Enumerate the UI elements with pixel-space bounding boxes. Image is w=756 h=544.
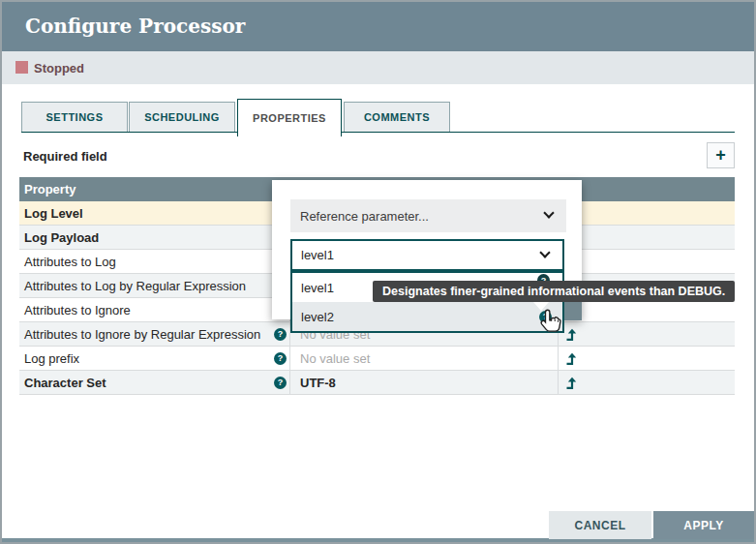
dialog-header: Configure Processor <box>2 2 754 51</box>
help-icon[interactable]: ? <box>274 377 287 389</box>
combo-selected-value: level1 <box>301 248 334 262</box>
table-row[interactable]: Log prefix ? No value set <box>19 347 735 371</box>
status-label: Stopped <box>34 61 84 76</box>
option-level2[interactable]: level2 ? <box>292 302 562 331</box>
property-name: Character Set ? <box>19 371 290 394</box>
property-name: Log Payload <box>19 226 290 249</box>
tab-baseline <box>21 132 735 133</box>
goto-parameter-icon[interactable] <box>565 328 577 341</box>
property-name: Log Level <box>19 201 290 225</box>
property-name: Attributes to Ignore <box>19 298 290 321</box>
tab-scheduling[interactable]: SCHEDULING <box>129 102 235 132</box>
reference-parameter-select[interactable]: Reference parameter... <box>290 199 566 232</box>
property-value[interactable]: No value set <box>290 347 559 370</box>
stopped-icon <box>15 61 28 74</box>
help-icon[interactable]: ? <box>274 328 287 341</box>
plus-icon: + <box>715 145 726 166</box>
chevron-down-icon <box>539 247 550 257</box>
property-name: Attributes to Ignore by Regular Expressi… <box>19 322 290 346</box>
tab-properties[interactable]: PROPERTIES <box>237 99 342 136</box>
hand-cursor-icon <box>538 308 564 338</box>
configure-processor-dialog: Configure Processor Stopped SETTINGS SCH… <box>0 0 756 544</box>
required-field-label: Required field <box>23 149 107 164</box>
chevron-down-icon <box>543 207 554 218</box>
help-icon[interactable]: ? <box>274 352 287 365</box>
tab-settings[interactable]: SETTINGS <box>21 102 128 132</box>
property-name: Log prefix ? <box>19 347 290 370</box>
reference-parameter-placeholder: Reference parameter... <box>300 209 429 224</box>
cancel-button[interactable]: CANCEL <box>549 511 651 539</box>
help-tooltip: Designates finer-grained informational e… <box>373 281 735 302</box>
dialog-title: Configure Processor <box>25 15 245 38</box>
tab-comments[interactable]: COMMENTS <box>344 102 450 132</box>
apply-button[interactable]: APPLY <box>653 511 754 539</box>
log-level-combo[interactable]: level1 <box>290 239 564 271</box>
goto-parameter-icon[interactable] <box>565 377 577 389</box>
property-name: Attributes to Log <box>19 250 290 273</box>
add-property-button[interactable]: + <box>707 142 735 168</box>
property-value[interactable]: UTF-8 <box>290 371 559 394</box>
property-name: Attributes to Log by Regular Expression <box>19 274 290 297</box>
status-bar: Stopped <box>2 51 754 84</box>
goto-parameter-icon[interactable] <box>565 352 577 365</box>
panel-shadow-patch <box>564 301 582 320</box>
table-row[interactable]: Character Set ? UTF-8 <box>19 371 735 395</box>
